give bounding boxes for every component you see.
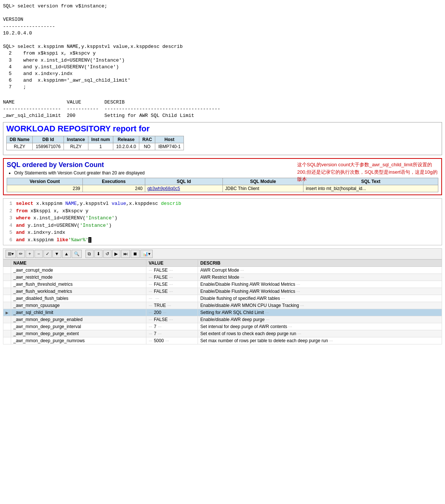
row-value: ···7··· [146, 323, 198, 330]
info-table: DB Name DB Id Instance Inst num Release … [6, 136, 184, 150]
row-indicator [3, 330, 11, 337]
workload-title: WORKLOAD REPOSITORY report for [6, 124, 439, 134]
data-grid-row: _awr_mmon_deep_purge_numrows···5000···Se… [3, 337, 442, 344]
data-grid-row: _awr_corrupt_mode···FALSE···AWR Corrupt … [3, 267, 442, 274]
col-host: Host [155, 136, 184, 143]
line-num-6: 6 [6, 236, 12, 244]
line-num-1: 1 [6, 200, 12, 207]
row-value: ···TRUE··· [146, 302, 198, 309]
confirm-button[interactable]: ✓ [43, 250, 52, 258]
clear-button[interactable]: ↺ [103, 250, 111, 258]
row-indicator [3, 274, 11, 281]
row-indicator [3, 302, 11, 309]
sql-module-value: JDBC Thin Client [223, 185, 303, 192]
code-line-5: 5 and x.indx=y.indx [6, 229, 439, 236]
delete-row-button[interactable]: − [35, 250, 43, 258]
row-value: ···200··· [146, 309, 198, 316]
sql-block-1: SQL> select version from v$instance; VER… [3, 3, 442, 91]
row-indicator [3, 316, 11, 323]
row-value: ···7··· [146, 330, 198, 337]
data-grid-row: _awr_mmon_deep_purge_interval···7···Set … [3, 323, 442, 330]
executions-value: 240 [82, 185, 145, 192]
row-name: _awr_flush_threshold_metrics [11, 281, 146, 288]
find-button[interactable]: 🔍 [72, 250, 82, 258]
row-indicator [3, 267, 11, 274]
row-describ: Enable/Disable Flushing AWR Workload Met… [198, 281, 442, 288]
row-indicator [3, 337, 11, 344]
paste-down-button[interactable]: ⬇ [94, 250, 103, 258]
row-name: _awr_mmon_deep_purge_extent [11, 330, 146, 337]
col-instance: Instance [64, 136, 88, 143]
info-table-row: RLZY 1589671076 RLZY 1 10.2.0.4.0 NO IBM… [7, 143, 184, 150]
row-value: ···FALSE··· [146, 274, 198, 281]
code-line-3: 3 where x.inst_id=USERENV('Instance') [6, 215, 439, 222]
row-describ: Enable/disable AWR MMON CPU Usage Tracki… [198, 302, 442, 309]
line-num-4: 4 [6, 222, 12, 229]
row-describ: Disable flushing of specified AWR tables… [198, 295, 442, 302]
toolbar: ⊞▾ ✏ + − ✓ ▼ ▲ 🔍 ⧉ ⬇ ↺ ▶ ⏭ ⏹ 📊▾ [3, 248, 442, 259]
col-db-id: DB Id [33, 136, 64, 143]
data-grid-row: _awr_mmon_deep_purge_enabled···FALSE···E… [3, 316, 442, 323]
col-rac: RAC [139, 136, 155, 143]
data-grid-body: _awr_corrupt_mode···FALSE···AWR Corrupt … [3, 267, 442, 344]
code-line-1: 1 select x.ksppinm NAME,y.ksppstvl value… [6, 200, 439, 207]
stop-button[interactable]: ⏹ [131, 250, 140, 258]
row-describ: Set interval for deep purge of AWR conte… [198, 323, 442, 330]
line-num-3: 3 [6, 215, 12, 222]
row-describ: Setting for AWR SQL Child Limit ··· [198, 309, 442, 316]
move-down-button[interactable]: ▼ [52, 250, 61, 258]
col-executions: Executions [82, 178, 145, 185]
code-line-2: 2 from x$ksppi x, x$kspcv y [6, 207, 439, 215]
chart-button[interactable]: 📊▾ [140, 250, 153, 258]
row-value: ···FALSE··· [146, 267, 198, 274]
sql-id-value[interactable]: gb3wh9p68q0c5 [145, 185, 222, 192]
version-count-value: 239 [7, 185, 83, 192]
row-name: _awr_mmon_deep_purge_numrows [11, 337, 146, 344]
version-section: SQL ordered by Version Count Only Statem… [3, 158, 442, 195]
col-sql-id: SQL Id [145, 178, 222, 185]
row-describ: Enable/disable AWR deep purge ··· [198, 316, 442, 323]
execute-step-button[interactable]: ⏭ [121, 250, 130, 258]
row-describ: AWR Corrupt Mode ··· [198, 267, 442, 274]
release-value: 10.2.0.4.0 [113, 143, 139, 150]
grid-view-button[interactable]: ⊞▾ [6, 250, 16, 258]
host-value: IBMP740-1 [155, 143, 184, 150]
col-db-name: DB Name [7, 136, 33, 143]
row-describ: Set extent of rows to check each deep pu… [198, 330, 442, 337]
version-table-row: 239 240 gb3wh9p68q0c5 JDBC Thin Client i… [7, 185, 438, 192]
row-value: ······ [146, 295, 198, 302]
sql-text-value: insert into mt_biz(hospital_id... [303, 185, 438, 192]
db-id-value: 1589671076 [33, 143, 64, 150]
data-grid-row: _awr_flush_workload_metrics···FALSE···En… [3, 288, 442, 295]
col-describ-header: DESCRIB [198, 260, 442, 267]
data-grid-row: _awr_flush_threshold_metrics···FALSE···E… [3, 281, 442, 288]
code-line-4: 4 and y.inst_id=USERENV('Instance') [6, 222, 439, 229]
db-name-value: RLZY [7, 143, 33, 150]
line-num-2: 2 [6, 207, 12, 215]
col-inst-num: Inst num [88, 136, 113, 143]
row-describ: Set max number of rows per table to dele… [198, 337, 442, 344]
copy-button[interactable]: ⧉ [85, 250, 94, 258]
row-describ: AWR Restrict Mode ··· [198, 274, 442, 281]
add-row-button[interactable]: + [26, 250, 34, 258]
row-name: _awr_corrupt_mode [11, 267, 146, 274]
data-grid-row: _awr_mmon_cpuusage···TRUE···Enable/disab… [3, 302, 442, 309]
edit-button[interactable]: ✏ [17, 250, 25, 258]
rac-value: NO [139, 143, 155, 150]
execute-button[interactable]: ▶ [112, 250, 120, 258]
col-version-count: Version Count [7, 178, 83, 185]
row-value: ···FALSE··· [146, 288, 198, 295]
row-indicator [3, 323, 11, 330]
row-name: _awr_disabled_flush_tables [11, 295, 146, 302]
move-up-button[interactable]: ▲ [62, 250, 71, 258]
data-grid-row: _awr_disabled_flush_tables······Disable … [3, 295, 442, 302]
data-grid-row: _awr_restrict_mode···FALSE···AWR Restric… [3, 274, 442, 281]
col-release: Release [113, 136, 139, 143]
code-editor[interactable]: 1 select x.ksppinm NAME,y.ksppstvl value… [3, 198, 442, 245]
col-value-header: VALUE [146, 260, 198, 267]
row-value: ···FALSE··· [146, 316, 198, 323]
row-name: _awr_flush_workload_metrics [11, 288, 146, 295]
row-name: _awr_mmon_deep_purge_interval [11, 323, 146, 330]
row-indicator [3, 281, 11, 288]
col-indicator [3, 260, 11, 267]
